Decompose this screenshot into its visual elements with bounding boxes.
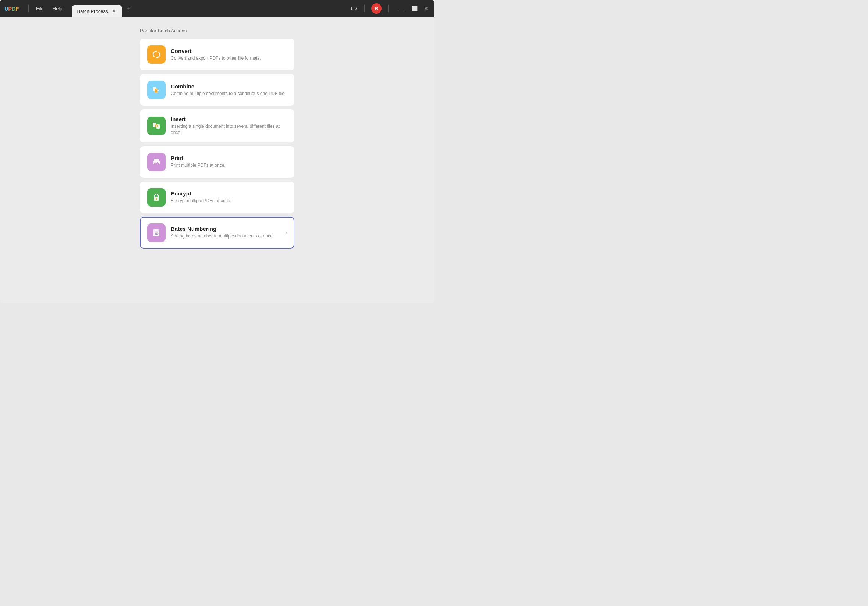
window-controls: — ⬜ ✕ <box>399 5 430 12</box>
tab-count: 1 ∨ <box>350 6 358 11</box>
combine-desc: Combine multiple documents to a continuo… <box>171 90 287 97</box>
logo-f: F <box>16 6 19 12</box>
encrypt-desc: Encrypt multiple PDFs at once. <box>171 198 287 204</box>
print-icon <box>147 153 166 171</box>
svg-rect-10 <box>156 199 157 200</box>
encrypt-text: Encrypt Encrypt multiple PDFs at once. <box>171 190 287 204</box>
minimize-button[interactable]: — <box>399 5 406 12</box>
combine-icon <box>147 81 166 99</box>
tab-close-button[interactable]: ✕ <box>111 8 117 14</box>
titlebar: UPDF File Help Batch Process ✕ + 1 ∨ B —… <box>0 0 434 17</box>
action-card-encrypt[interactable]: Encrypt Encrypt multiple PDFs at once. <box>140 182 294 213</box>
convert-text: Convert Convert and export PDFs to other… <box>171 48 287 62</box>
insert-text: Insert Inserting a single document into … <box>171 116 287 136</box>
titlebar-divider <box>28 5 29 12</box>
convert-title: Convert <box>171 48 287 54</box>
action-card-bates[interactable]: 012 Bates Numbering Adding bates number … <box>140 217 294 249</box>
menu-item-help[interactable]: Help <box>49 5 66 13</box>
tab-count-chevron[interactable]: ∨ <box>354 6 358 11</box>
tab-count-number: 1 <box>350 6 353 11</box>
titlebar-tabs: Batch Process ✕ + <box>72 0 350 17</box>
encrypt-title: Encrypt <box>171 190 287 197</box>
titlebar-menu: File Help <box>33 5 66 13</box>
batch-process-tab[interactable]: Batch Process ✕ <box>72 5 122 17</box>
action-card-combine[interactable]: Combine Combine multiple documents to a … <box>140 74 294 106</box>
svg-rect-7 <box>154 163 158 165</box>
insert-desc: Inserting a single document into several… <box>171 123 287 136</box>
convert-icon <box>147 45 166 64</box>
convert-desc: Convert and export PDFs to other file fo… <box>171 55 287 62</box>
logo-d: D <box>12 6 16 12</box>
right-divider2 <box>388 5 389 12</box>
bates-chevron: › <box>285 229 287 236</box>
section-title: Popular Batch Actions <box>140 28 294 34</box>
content-wrapper: Popular Batch Actions Convert Convert an… <box>140 28 294 252</box>
new-tab-button[interactable]: + <box>123 4 133 13</box>
action-card-print[interactable]: Print Print multiple PDFs at once. <box>140 146 294 178</box>
menu-item-file[interactable]: File <box>33 5 48 13</box>
maximize-button[interactable]: ⬜ <box>411 5 418 12</box>
encrypt-icon <box>147 188 166 207</box>
main-content: Popular Batch Actions Convert Convert an… <box>0 17 434 303</box>
print-text: Print Print multiple PDFs at once. <box>171 155 287 169</box>
avatar[interactable]: B <box>371 3 381 14</box>
combine-title: Combine <box>171 83 287 90</box>
insert-icon <box>147 117 166 135</box>
insert-title: Insert <box>171 116 287 122</box>
logo-p: P <box>8 6 12 12</box>
svg-text:012: 012 <box>155 233 158 235</box>
print-title: Print <box>171 155 287 161</box>
combine-text: Combine Combine multiple documents to a … <box>171 83 287 97</box>
print-desc: Print multiple PDFs at once. <box>171 162 287 169</box>
titlebar-right: 1 ∨ B — ⬜ ✕ <box>350 3 430 14</box>
bates-desc: Adding bates number to multiple document… <box>171 233 280 239</box>
right-divider <box>364 5 365 12</box>
action-card-insert[interactable]: Insert Inserting a single document into … <box>140 109 294 143</box>
bates-icon: 012 <box>147 224 166 242</box>
app-logo: UPDF <box>5 6 25 12</box>
bates-text: Bates Numbering Adding bates number to m… <box>171 226 280 239</box>
svg-point-8 <box>158 162 158 162</box>
close-button[interactable]: ✕ <box>422 5 430 12</box>
action-card-convert[interactable]: Convert Convert and export PDFs to other… <box>140 39 294 70</box>
bates-title: Bates Numbering <box>171 226 280 232</box>
tab-label: Batch Process <box>77 8 108 14</box>
logo-u: U <box>5 6 8 12</box>
